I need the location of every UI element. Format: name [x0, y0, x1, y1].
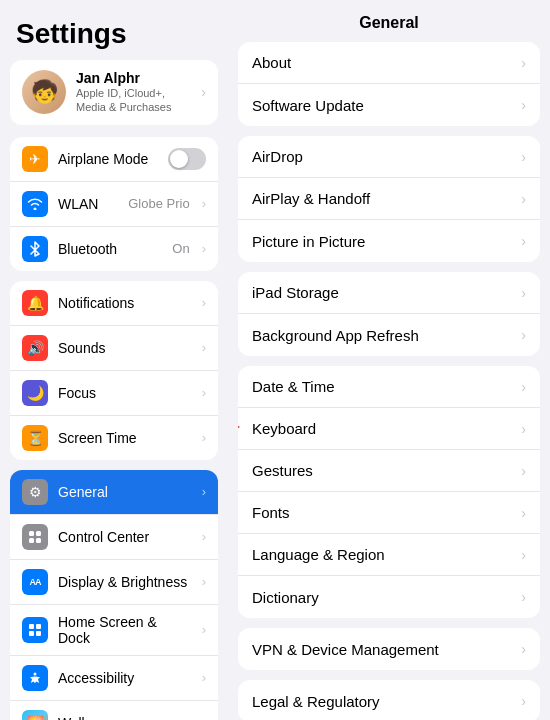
svg-rect-7: [36, 631, 41, 636]
bluetooth-value: On: [172, 241, 189, 256]
panel-item-airdrop[interactable]: AirDrop ›: [238, 136, 540, 178]
sidebar-item-notifications[interactable]: 🔔 Notifications ›: [10, 281, 218, 326]
sidebar-item-home-screen-dock[interactable]: Home Screen & Dock ›: [10, 605, 218, 656]
bluetooth-chevron: ›: [202, 241, 206, 256]
panel-item-picture-in-picture[interactable]: Picture in Picture ›: [238, 220, 540, 262]
sidebar-item-wlan[interactable]: WLAN Globe Prio ›: [10, 182, 218, 227]
panel-item-label: Date & Time: [252, 378, 521, 395]
sidebar-item-screen-time[interactable]: ⏳ Screen Time ›: [10, 416, 218, 460]
sidebar-item-label: Wallpaper: [58, 715, 192, 720]
sidebar-item-general[interactable]: ⚙ General ›: [10, 470, 218, 515]
sidebar-item-bluetooth[interactable]: Bluetooth On ›: [10, 227, 218, 271]
panel-section-legal: Legal & Regulatory ›: [238, 680, 540, 720]
background-refresh-chevron: ›: [521, 327, 526, 343]
sounds-icon: 🔊: [22, 335, 48, 361]
toggle-thumb: [170, 150, 188, 168]
sidebar-section-system2: ⚙ General › Control Center › AA Display …: [10, 470, 218, 720]
panel-item-label: Language & Region: [252, 546, 521, 563]
app-title: Settings: [0, 0, 228, 60]
wallpaper-chevron: ›: [202, 715, 206, 720]
sidebar-item-accessibility[interactable]: Accessibility ›: [10, 656, 218, 701]
panel-item-vpn[interactable]: VPN & Device Management ›: [238, 628, 540, 670]
panel-item-label: About: [252, 54, 521, 71]
sidebar-item-airplane-mode[interactable]: ✈ Airplane Mode: [10, 137, 218, 182]
sidebar-item-display-brightness[interactable]: AA Display & Brightness ›: [10, 560, 218, 605]
sidebar-item-label: Accessibility: [58, 670, 192, 686]
panel-item-label: Gestures: [252, 462, 521, 479]
sidebar-item-label: Display & Brightness: [58, 574, 192, 590]
screen-time-icon: ⏳: [22, 425, 48, 451]
vpn-chevron: ›: [521, 641, 526, 657]
panel-item-dictionary[interactable]: Dictionary ›: [238, 576, 540, 618]
profile-subtitle: Apple ID, iCloud+, Media & Purchases: [76, 86, 191, 115]
sidebar-item-label: Sounds: [58, 340, 192, 356]
home-screen-icon: [22, 617, 48, 643]
screen-time-chevron: ›: [202, 430, 206, 445]
panel-section-management: VPN & Device Management ›: [238, 628, 540, 670]
panel-item-ipad-storage[interactable]: iPad Storage ›: [238, 272, 540, 314]
accessibility-chevron: ›: [202, 670, 206, 685]
panel-title: General: [228, 0, 550, 42]
profile-card[interactable]: 🧒 Jan Alphr Apple ID, iCloud+, Media & P…: [10, 60, 218, 125]
software-update-chevron: ›: [521, 97, 526, 113]
airplane-mode-toggle[interactable]: [168, 148, 206, 170]
control-center-icon: [22, 524, 48, 550]
panel-item-software-update[interactable]: Software Update ›: [238, 84, 540, 126]
main-panel: General About › Software Update › AirDro…: [228, 0, 550, 720]
sidebar-section-connectivity: ✈ Airplane Mode WLAN Globe Prio ›: [10, 137, 218, 271]
ipad-storage-chevron: ›: [521, 285, 526, 301]
panel-item-about[interactable]: About ›: [238, 42, 540, 84]
sidebar-item-label: WLAN: [58, 196, 118, 212]
display-brightness-chevron: ›: [202, 574, 206, 589]
sidebar-item-label: Control Center: [58, 529, 192, 545]
sidebar-item-sounds[interactable]: 🔊 Sounds ›: [10, 326, 218, 371]
svg-rect-1: [36, 531, 41, 536]
svg-rect-3: [36, 538, 41, 543]
sidebar-item-wallpaper[interactable]: 🌅 Wallpaper ›: [10, 701, 218, 720]
keyboard-chevron: ›: [521, 421, 526, 437]
svg-rect-4: [29, 624, 34, 629]
airplane-mode-icon: ✈: [22, 146, 48, 172]
panel-item-label: Legal & Regulatory: [252, 693, 521, 710]
notifications-icon: 🔔: [22, 290, 48, 316]
sidebar-item-label: Airplane Mode: [58, 151, 158, 167]
dictionary-chevron: ›: [521, 589, 526, 605]
accessibility-icon: [22, 665, 48, 691]
about-chevron: ›: [521, 55, 526, 71]
panel-item-gestures[interactable]: Gestures ›: [238, 450, 540, 492]
panel-item-legal[interactable]: Legal & Regulatory ›: [238, 680, 540, 720]
sidebar-item-label: General: [58, 484, 192, 500]
sounds-chevron: ›: [202, 340, 206, 355]
panel-item-label: AirDrop: [252, 148, 521, 165]
sidebar-item-control-center[interactable]: Control Center ›: [10, 515, 218, 560]
sidebar-section-system1: 🔔 Notifications › 🔊 Sounds › 🌙 Focus › ⏳…: [10, 281, 218, 460]
panel-item-label: Software Update: [252, 97, 521, 114]
panel-item-fonts[interactable]: Fonts ›: [238, 492, 540, 534]
panel-item-label: Dictionary: [252, 589, 521, 606]
airdrop-chevron: ›: [521, 149, 526, 165]
panel-item-keyboard[interactable]: Keyboard ›: [238, 408, 540, 450]
airplay-chevron: ›: [521, 191, 526, 207]
panel-section-localization: Date & Time › Keyboard › Gestures › Font…: [238, 366, 540, 618]
focus-icon: 🌙: [22, 380, 48, 406]
red-arrow: [238, 410, 240, 448]
sidebar-item-label: Focus: [58, 385, 192, 401]
pip-chevron: ›: [521, 233, 526, 249]
panel-item-airplay-handoff[interactable]: AirPlay & Handoff ›: [238, 178, 540, 220]
bluetooth-icon: [22, 236, 48, 262]
legal-chevron: ›: [521, 693, 526, 709]
sidebar-item-focus[interactable]: 🌙 Focus ›: [10, 371, 218, 416]
profile-name: Jan Alphr: [76, 70, 191, 86]
panel-section-info: About › Software Update ›: [238, 42, 540, 126]
svg-rect-6: [29, 631, 34, 636]
svg-marker-14: [238, 412, 240, 442]
sidebar-item-label: Notifications: [58, 295, 192, 311]
panel-item-background-app-refresh[interactable]: Background App Refresh ›: [238, 314, 540, 356]
profile-info: Jan Alphr Apple ID, iCloud+, Media & Pur…: [76, 70, 191, 115]
panel-item-language-region[interactable]: Language & Region ›: [238, 534, 540, 576]
sidebar: Settings 🧒 Jan Alphr Apple ID, iCloud+, …: [0, 0, 228, 720]
home-screen-chevron: ›: [202, 622, 206, 637]
wlan-icon: [22, 191, 48, 217]
panel-section-sharing: AirDrop › AirPlay & Handoff › Picture in…: [238, 136, 540, 262]
panel-item-date-time[interactable]: Date & Time ›: [238, 366, 540, 408]
